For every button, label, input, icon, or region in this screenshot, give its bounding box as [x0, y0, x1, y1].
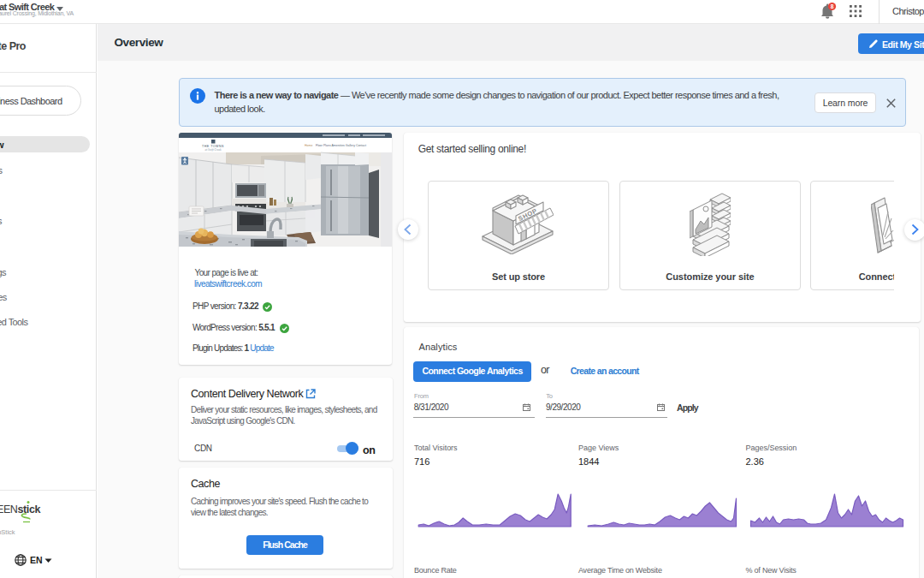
svg-text:8: 8: [831, 3, 834, 9]
svg-text:at Swift Creek: at Swift Creek: [204, 148, 222, 152]
svg-text:Floor Plans Amenities Gall: Floor Plans Amenities Gallery Contact: [316, 144, 366, 147]
svg-text:Home: Home: [305, 144, 312, 147]
